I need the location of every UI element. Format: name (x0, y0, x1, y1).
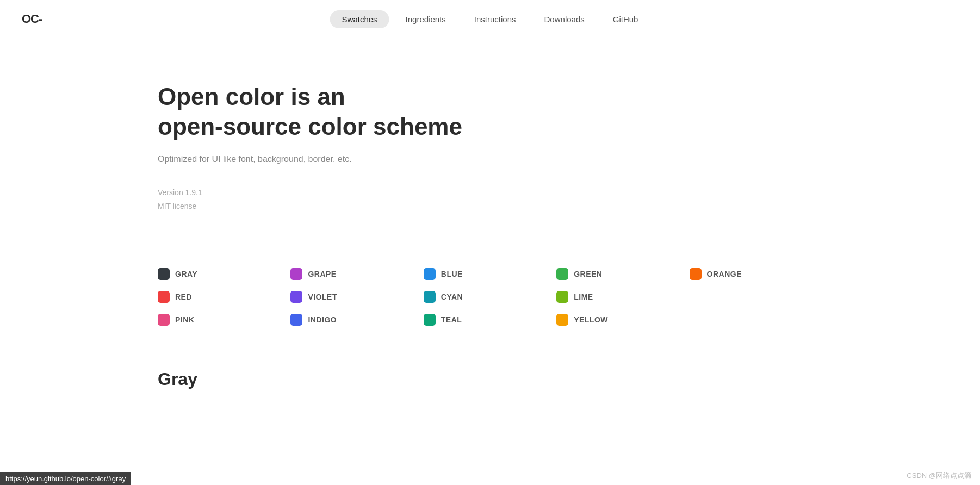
color-item-blue[interactable]: BLUE (424, 268, 556, 280)
color-swatch-gray (158, 268, 170, 280)
color-item-empty (690, 314, 822, 326)
color-item-empty (690, 291, 822, 303)
color-label-orange: ORANGE (707, 270, 742, 278)
color-item-indigo[interactable]: INDIGO (290, 314, 423, 326)
logo[interactable]: OC- (22, 12, 42, 26)
gray-section: Gray (0, 347, 980, 400)
color-item-yellow[interactable]: YELLOW (556, 314, 689, 326)
color-swatch-blue (424, 268, 436, 280)
color-swatch-teal (424, 314, 436, 326)
hero-section: Open color is an open-source color schem… (0, 38, 980, 246)
color-label-gray: GRAY (175, 270, 197, 278)
nav-item-downloads[interactable]: Downloads (532, 10, 597, 28)
color-item-grape[interactable]: GRAPE (290, 268, 423, 280)
color-item-red[interactable]: RED (158, 291, 290, 303)
hero-version: Version 1.9.1 (158, 186, 822, 200)
color-swatch-grape (290, 268, 302, 280)
color-swatch-green (556, 268, 568, 280)
color-item-orange[interactable]: ORANGE (690, 268, 822, 280)
color-swatch-violet (290, 291, 302, 303)
nav-item-ingredients[interactable]: Ingredients (394, 10, 458, 28)
color-item-violet[interactable]: VIOLET (290, 291, 423, 303)
hero-title-line1: Open color is an (158, 83, 345, 110)
hero-license: MIT license (158, 200, 822, 213)
color-swatch-yellow (556, 314, 568, 326)
nav-item-swatches[interactable]: Swatches (330, 10, 389, 28)
color-swatch-indigo (290, 314, 302, 326)
color-label-red: RED (175, 293, 192, 301)
hero-title-line2: open-source color scheme (158, 113, 462, 140)
color-label-cyan: CYAN (441, 293, 463, 301)
color-label-pink: PINK (175, 315, 194, 324)
color-item-green[interactable]: GREEN (556, 268, 689, 280)
gray-section-title: Gray (158, 369, 822, 389)
nav-item-github[interactable]: GitHub (601, 10, 650, 28)
color-label-violet: VIOLET (308, 293, 337, 301)
color-label-teal: TEAL (441, 315, 462, 324)
hero-title: Open color is an open-source color schem… (158, 82, 822, 141)
color-item-teal[interactable]: TEAL (424, 314, 556, 326)
color-grid: GRAYGRAPEBLUEGREENORANGEREDVIOLETCYANLIM… (0, 246, 980, 347)
color-label-grape: GRAPE (308, 270, 336, 278)
color-label-green: GREEN (574, 270, 602, 278)
color-label-lime: LIME (574, 293, 593, 301)
nav-item-instructions[interactable]: Instructions (462, 10, 528, 28)
color-label-blue: BLUE (441, 270, 463, 278)
hero-meta: Version 1.9.1 MIT license (158, 186, 822, 213)
color-item-pink[interactable]: PINK (158, 314, 290, 326)
color-label-yellow: YELLOW (574, 315, 608, 324)
color-item-gray[interactable]: GRAY (158, 268, 290, 280)
color-item-cyan[interactable]: CYAN (424, 291, 556, 303)
nav: SwatchesIngredientsInstructionsDownloads… (330, 10, 650, 28)
color-swatch-cyan (424, 291, 436, 303)
header: OC- SwatchesIngredientsInstructionsDownl… (0, 0, 980, 38)
color-swatch-red (158, 291, 170, 303)
color-swatch-pink (158, 314, 170, 326)
color-swatch-orange (690, 268, 702, 280)
color-label-indigo: INDIGO (308, 315, 337, 324)
hero-subtitle: Optimized for UI like font, background, … (158, 154, 822, 164)
color-item-lime[interactable]: LIME (556, 291, 689, 303)
color-swatch-lime (556, 291, 568, 303)
